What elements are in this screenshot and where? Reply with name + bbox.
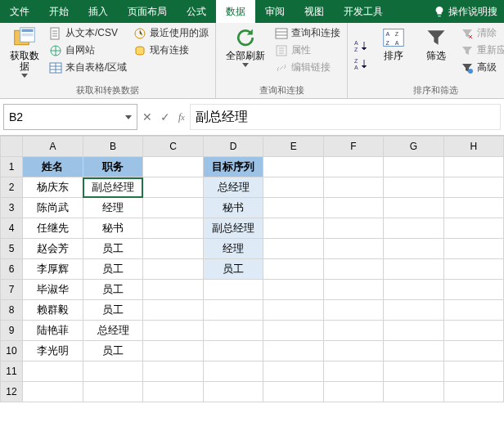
tab-view[interactable]: 视图: [295, 0, 334, 23]
cell[interactable]: [203, 280, 263, 300]
cell[interactable]: [443, 218, 503, 239]
cell[interactable]: [323, 300, 383, 321]
cell[interactable]: [263, 300, 323, 321]
from-table-range-button[interactable]: 来自表格/区域: [49, 61, 127, 74]
cell[interactable]: [323, 321, 383, 341]
cell[interactable]: [384, 300, 443, 321]
row-header[interactable]: 10: [1, 341, 23, 361]
cell[interactable]: [384, 341, 443, 361]
recent-sources-button[interactable]: 最近使用的源: [133, 26, 209, 40]
fx-icon[interactable]: fx: [178, 111, 185, 123]
sort-asc-button[interactable]: AZ: [354, 39, 369, 52]
cell[interactable]: 毕淑华: [23, 280, 83, 300]
cell[interactable]: [443, 300, 503, 321]
cell[interactable]: 李光明: [23, 341, 83, 361]
formula-input[interactable]: 副总经理: [190, 104, 501, 130]
filter-button[interactable]: 筛选: [418, 26, 454, 83]
cell[interactable]: 陆艳菲: [23, 321, 83, 341]
cell[interactable]: [143, 280, 203, 300]
col-header[interactable]: A: [23, 137, 83, 157]
cell[interactable]: [143, 198, 203, 218]
cell[interactable]: 总经理: [203, 177, 263, 198]
cell[interactable]: [203, 321, 263, 341]
cell[interactable]: [384, 218, 443, 239]
row-header[interactable]: 11: [1, 361, 23, 382]
cell[interactable]: [443, 382, 503, 402]
cell[interactable]: [143, 259, 203, 280]
cell[interactable]: [384, 177, 443, 198]
cell[interactable]: [143, 300, 203, 321]
cell[interactable]: 员工: [83, 280, 143, 300]
row-header[interactable]: 6: [1, 259, 23, 280]
cell[interactable]: [203, 382, 263, 402]
refresh-all-button[interactable]: 全部刷新: [223, 26, 268, 83]
tab-review[interactable]: 审阅: [255, 0, 295, 23]
cell[interactable]: [384, 382, 443, 402]
cell[interactable]: [384, 259, 443, 280]
cell[interactable]: [143, 382, 203, 402]
cell[interactable]: [443, 239, 503, 259]
cell[interactable]: [384, 157, 443, 177]
tab-formulas[interactable]: 公式: [177, 0, 216, 23]
col-header[interactable]: C: [143, 137, 203, 157]
cell[interactable]: [323, 280, 383, 300]
select-all-corner[interactable]: [1, 137, 23, 157]
cell[interactable]: [263, 382, 323, 402]
cancel-icon[interactable]: ✕: [142, 110, 152, 123]
tab-data[interactable]: 数据: [216, 0, 255, 23]
cell[interactable]: 员工: [203, 259, 263, 280]
cell[interactable]: [203, 300, 263, 321]
cell[interactable]: [263, 259, 323, 280]
cell[interactable]: [443, 361, 503, 382]
col-header[interactable]: B: [83, 137, 143, 157]
cell[interactable]: [143, 361, 203, 382]
cell-selected[interactable]: 副总经理: [83, 177, 143, 198]
cell[interactable]: 秘书: [203, 198, 263, 218]
name-box[interactable]: B2: [3, 104, 137, 130]
cell[interactable]: [443, 280, 503, 300]
cell[interactable]: [263, 280, 323, 300]
cell[interactable]: 赖群毅: [23, 300, 83, 321]
tab-home[interactable]: 开始: [39, 0, 79, 23]
cell[interactable]: [443, 341, 503, 361]
cell[interactable]: [83, 382, 143, 402]
col-header[interactable]: H: [443, 137, 503, 157]
cell[interactable]: 李厚辉: [23, 259, 83, 280]
tab-developer[interactable]: 开发工具: [334, 0, 393, 23]
row-header[interactable]: 8: [1, 300, 23, 321]
cell[interactable]: 陈尚武: [23, 198, 83, 218]
get-data-button[interactable]: 获取数 据: [7, 26, 43, 83]
cell[interactable]: 经理: [83, 198, 143, 218]
cell[interactable]: 员工: [83, 300, 143, 321]
tell-me[interactable]: 操作说明搜: [427, 0, 504, 23]
cell[interactable]: 副总经理: [203, 218, 263, 239]
row-header[interactable]: 12: [1, 382, 23, 402]
cell[interactable]: [263, 198, 323, 218]
tab-file[interactable]: 文件: [0, 0, 39, 23]
cell[interactable]: [323, 341, 383, 361]
cell[interactable]: [384, 321, 443, 341]
cell[interactable]: [263, 341, 323, 361]
cell[interactable]: [323, 361, 383, 382]
cell[interactable]: [443, 177, 503, 198]
cell[interactable]: 任继先: [23, 218, 83, 239]
cell[interactable]: 总经理: [83, 321, 143, 341]
cell[interactable]: 目标序列: [203, 157, 263, 177]
cell[interactable]: [263, 321, 323, 341]
cell[interactable]: 员工: [83, 341, 143, 361]
cell[interactable]: [323, 259, 383, 280]
from-text-csv-button[interactable]: 从文本/CSV: [49, 26, 127, 40]
cell[interactable]: [443, 198, 503, 218]
row-header[interactable]: 9: [1, 321, 23, 341]
cell[interactable]: 员工: [83, 239, 143, 259]
accept-icon[interactable]: ✓: [160, 110, 170, 123]
row-header[interactable]: 1: [1, 157, 23, 177]
advanced-filter-button[interactable]: 高级: [461, 61, 504, 74]
cell[interactable]: [384, 198, 443, 218]
row-header[interactable]: 3: [1, 198, 23, 218]
cell[interactable]: [23, 382, 83, 402]
cell[interactable]: [143, 239, 203, 259]
cell[interactable]: 职务: [83, 157, 143, 177]
cell[interactable]: 员工: [83, 259, 143, 280]
cell[interactable]: [323, 198, 383, 218]
